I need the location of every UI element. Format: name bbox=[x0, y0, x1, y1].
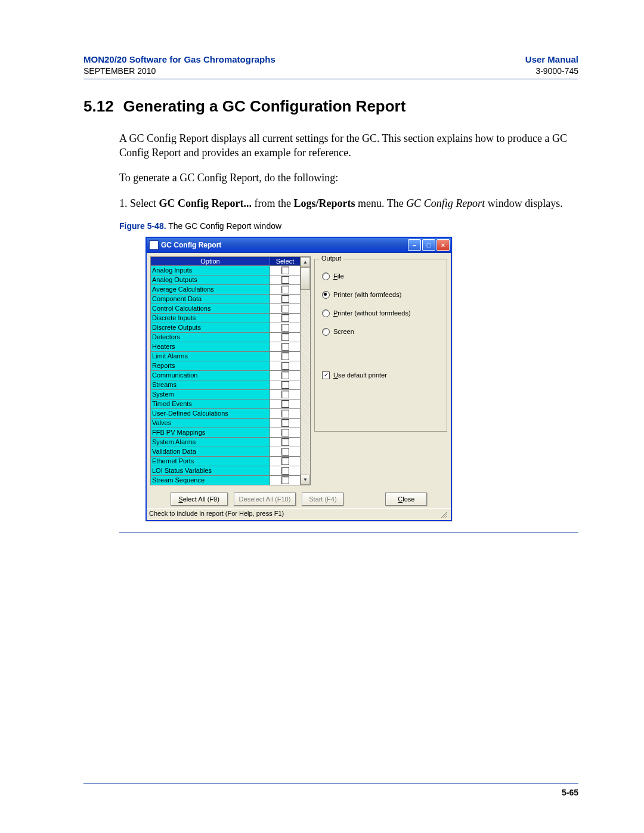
checkbox-icon[interactable] bbox=[281, 467, 289, 475]
select-cell[interactable] bbox=[270, 323, 300, 332]
checkbox-icon[interactable] bbox=[281, 333, 289, 341]
checkbox-icon[interactable] bbox=[281, 314, 289, 322]
app-icon bbox=[149, 240, 159, 250]
table-row[interactable]: System Alarms bbox=[151, 437, 300, 447]
scroll-up-icon[interactable]: ▲ bbox=[301, 257, 310, 267]
step-num: 1. bbox=[119, 197, 128, 209]
select-cell[interactable] bbox=[270, 419, 300, 428]
radio-icon[interactable] bbox=[322, 309, 330, 317]
table-row[interactable]: Valves bbox=[151, 418, 300, 428]
checkbox-icon[interactable] bbox=[281, 476, 289, 484]
select-cell[interactable] bbox=[270, 409, 300, 418]
scroll-down-icon[interactable]: ▼ bbox=[301, 475, 310, 485]
checkbox-icon[interactable] bbox=[281, 438, 289, 446]
close-icon[interactable]: × bbox=[436, 239, 450, 251]
select-cell[interactable] bbox=[270, 314, 300, 323]
table-row[interactable]: Component Data bbox=[151, 294, 300, 304]
dialog-titlebar[interactable]: GC Config Report – □ × bbox=[147, 238, 451, 253]
option-cell: System bbox=[151, 390, 270, 399]
checkbox-icon[interactable] bbox=[281, 286, 289, 293]
checkbox-icon[interactable] bbox=[281, 276, 289, 284]
select-cell[interactable] bbox=[270, 342, 300, 351]
table-row[interactable]: Validation Data bbox=[151, 447, 300, 456]
radio-icon[interactable] bbox=[322, 272, 330, 280]
table-row[interactable]: Discrete Inputs bbox=[151, 313, 300, 323]
checkbox-icon[interactable] bbox=[281, 448, 289, 456]
maximize-button[interactable]: □ bbox=[422, 239, 435, 251]
checkbox-icon[interactable] bbox=[281, 400, 289, 408]
select-cell[interactable] bbox=[270, 447, 300, 456]
table-row[interactable]: Streams bbox=[151, 380, 300, 389]
checkbox-icon[interactable]: ✓ bbox=[322, 371, 330, 379]
figure-caption: Figure 5-48. The GC Config Report window bbox=[119, 221, 578, 231]
table-row[interactable]: Average Calculations bbox=[151, 284, 300, 294]
table-row[interactable]: Heaters bbox=[151, 342, 300, 351]
select-cell[interactable] bbox=[270, 371, 300, 380]
select-cell[interactable] bbox=[270, 285, 300, 294]
checkbox-icon[interactable] bbox=[281, 381, 289, 389]
radio-icon[interactable] bbox=[322, 291, 330, 299]
checkbox-icon[interactable] bbox=[281, 295, 289, 303]
select-cell[interactable] bbox=[270, 361, 300, 370]
radio-printer-noff[interactable]: Printer (without formfeeds) bbox=[322, 309, 442, 317]
select-cell[interactable] bbox=[270, 438, 300, 447]
checkbox-icon[interactable] bbox=[281, 324, 289, 332]
radio-printer-ff[interactable]: Printer (with formfeeds) bbox=[322, 291, 442, 299]
table-row[interactable]: Analog Outputs bbox=[151, 275, 300, 284]
radio-file[interactable]: File bbox=[322, 272, 442, 280]
table-row[interactable]: Communication bbox=[151, 370, 300, 380]
checkbox-icon[interactable] bbox=[281, 343, 289, 351]
checkbox-icon[interactable] bbox=[281, 419, 289, 427]
select-cell[interactable] bbox=[270, 400, 300, 408]
select-cell[interactable] bbox=[270, 466, 300, 475]
resize-grip-icon[interactable] bbox=[439, 510, 447, 518]
close-button[interactable]: Close bbox=[385, 493, 427, 506]
checkbox-icon[interactable] bbox=[281, 267, 289, 274]
table-row[interactable]: Limit Alarms bbox=[151, 351, 300, 361]
checkbox-icon[interactable] bbox=[281, 429, 289, 436]
grid-scrollbar[interactable]: ▲ ▼ bbox=[301, 256, 311, 485]
options-grid[interactable]: Option Select Analog InputsAnalog Output… bbox=[150, 256, 301, 485]
start-button[interactable]: Start (F4) bbox=[302, 493, 343, 506]
deselect-all-button[interactable]: Deselect All (F10) bbox=[234, 493, 296, 506]
select-cell[interactable] bbox=[270, 476, 300, 485]
select-cell[interactable] bbox=[270, 275, 300, 284]
table-row[interactable]: System bbox=[151, 389, 300, 399]
scroll-track[interactable] bbox=[301, 267, 310, 475]
table-row[interactable]: Stream Sequence bbox=[151, 475, 300, 485]
minimize-button[interactable]: – bbox=[408, 239, 421, 251]
select-cell[interactable] bbox=[270, 333, 300, 342]
table-row[interactable]: Reports bbox=[151, 361, 300, 370]
use-default-printer[interactable]: ✓ Use default printer bbox=[322, 371, 442, 379]
table-row[interactable]: Ethernet Ports bbox=[151, 456, 300, 466]
select-cell[interactable] bbox=[270, 304, 300, 313]
select-cell[interactable] bbox=[270, 266, 300, 275]
select-cell[interactable] bbox=[270, 390, 300, 399]
table-row[interactable]: Discrete Outputs bbox=[151, 323, 300, 332]
checkbox-icon[interactable] bbox=[281, 362, 289, 370]
table-row[interactable]: LOI Status Variables bbox=[151, 466, 300, 475]
select-cell[interactable] bbox=[270, 380, 300, 389]
checkbox-icon[interactable] bbox=[281, 352, 289, 360]
table-row[interactable]: FFB PV Mappings bbox=[151, 428, 300, 437]
select-all-button[interactable]: Select All (F9) bbox=[171, 493, 228, 506]
table-row[interactable]: Detectors bbox=[151, 332, 300, 342]
table-row[interactable]: Timed Events bbox=[151, 399, 300, 408]
option-cell: Reports bbox=[151, 361, 270, 370]
select-cell[interactable] bbox=[270, 428, 300, 437]
body-column: A GC Config Report displays all current … bbox=[119, 131, 578, 532]
checkbox-icon[interactable] bbox=[281, 410, 289, 417]
checkbox-icon[interactable] bbox=[281, 305, 289, 312]
select-cell[interactable] bbox=[270, 295, 300, 304]
radio-icon[interactable] bbox=[322, 328, 330, 336]
scroll-thumb[interactable] bbox=[301, 267, 310, 290]
select-cell[interactable] bbox=[270, 352, 300, 361]
table-row[interactable]: Control Calculations bbox=[151, 304, 300, 313]
radio-screen[interactable]: Screen bbox=[322, 328, 442, 336]
checkbox-icon[interactable] bbox=[281, 391, 289, 398]
select-cell[interactable] bbox=[270, 457, 300, 466]
checkbox-icon[interactable] bbox=[281, 457, 289, 465]
table-row[interactable]: User-Defined Calculations bbox=[151, 408, 300, 418]
table-row[interactable]: Analog Inputs bbox=[151, 265, 300, 275]
checkbox-icon[interactable] bbox=[281, 371, 289, 379]
